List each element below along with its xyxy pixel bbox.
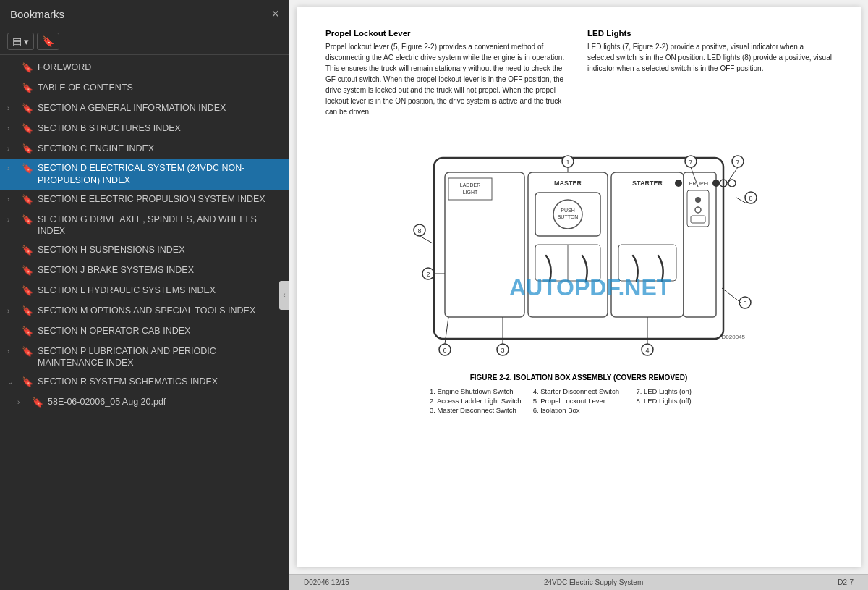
bookmark-label-section-e: SECTION E ELECTRIC PROPULSION SYSTEM IND… (38, 193, 284, 205)
bookmark-icon: 🔖 (42, 35, 54, 47)
svg-point-21 (728, 180, 736, 187)
svg-text:8: 8 (749, 195, 752, 202)
bookmark-label-section-p: SECTION P LUBRICATION AND PERIODIC MAINT… (38, 345, 284, 369)
part-2: 2. Access Ladder Light Switch (430, 397, 522, 405)
chevron-icon-section-a: › (7, 102, 17, 113)
propel-lockout-title: Propel Lockout Lever (326, 29, 570, 38)
expand-arrow: ▾ (24, 36, 29, 47)
sidebar: Bookmarks × ▤ ▾ 🔖 🔖FOREWORD 🔖TABLE OF CO… (0, 0, 289, 590)
svg-text:7: 7 (689, 159, 692, 166)
svg-text:PROPEL: PROPEL (689, 181, 710, 186)
svg-text:D020045: D020045 (722, 334, 746, 340)
figure-parts-list: 1. Engine Shutdown Switch 4. Starter Dis… (430, 387, 728, 414)
chevron-icon-section-h (7, 244, 17, 255)
svg-rect-17 (618, 245, 676, 281)
isolation-box-diagram: LADDER LIGHT MASTER STARTER PROPEL PUSH … (391, 129, 767, 368)
document-two-column: Propel Lockout Lever Propel lockout leve… (326, 29, 832, 117)
bookmark-item-pdf-file[interactable]: ›🔖58E-06-02006_05 Aug 20.pdf (0, 392, 289, 413)
bookmark-button[interactable]: 🔖 (37, 33, 59, 50)
footer-left: D02046 12/15 (304, 578, 349, 586)
svg-rect-5 (448, 178, 492, 200)
svg-text:STARTER: STARTER (632, 180, 663, 187)
chevron-icon-section-l (7, 285, 17, 295)
svg-text:LADDER: LADDER (460, 182, 480, 187)
bookmark-item-section-e[interactable]: ›🔖SECTION E ELECTRIC PROPULSION SYSTEM I… (0, 190, 289, 210)
svg-line-52 (722, 288, 741, 303)
bookmark-label-section-m: SECTION M OPTIONS AND SPECIAL TOOLS INDE… (38, 305, 284, 316)
expand-all-button[interactable]: ▤ ▾ (7, 33, 34, 50)
part-8: 8. LED Lights (off) (636, 397, 728, 405)
svg-rect-4 (684, 172, 716, 317)
chevron-icon-pdf-file: › (17, 396, 27, 407)
footer-bar: D02046 12/15 24VDC Electric Supply Syste… (289, 574, 868, 590)
bookmark-flag-icon-foreword: 🔖 (22, 62, 33, 75)
svg-point-18 (675, 180, 682, 187)
bookmark-flag-icon-section-c: 🔖 (22, 143, 33, 156)
svg-point-19 (712, 180, 720, 187)
expand-icon: ▤ (12, 35, 22, 47)
bookmark-item-section-a[interactable]: ›🔖SECTION A GENERAL INFORMATION INDEX (0, 98, 289, 119)
bookmark-item-foreword[interactable]: 🔖FOREWORD (0, 58, 289, 78)
bookmark-item-section-p[interactable]: ›🔖SECTION P LUBRICATION AND PERIODIC MAI… (0, 342, 289, 373)
chevron-icon-section-r: ⌄ (7, 376, 17, 387)
chevron-icon-foreword (7, 62, 17, 72)
svg-text:MASTER: MASTER (554, 180, 582, 187)
bookmark-flag-icon-section-r: 🔖 (22, 376, 33, 389)
bookmark-flag-icon-section-n: 🔖 (22, 325, 33, 338)
led-lights-title: LED Lights (587, 29, 832, 38)
bookmark-label-section-g: SECTION G DRIVE AXLE, SPINDLES, AND WHEE… (38, 214, 284, 237)
part-3: 3. Master Disconnect Switch (430, 406, 522, 414)
svg-line-54 (727, 167, 738, 183)
svg-line-48 (420, 236, 435, 245)
bookmark-item-section-l[interactable]: 🔖SECTION L HYDRAULIC SYSTEMS INDEX (0, 281, 289, 301)
bookmark-label-toc: TABLE OF CONTENTS (38, 82, 284, 93)
bookmark-flag-icon-section-m: 🔖 (22, 305, 33, 318)
chevron-icon-section-p: › (7, 345, 17, 356)
bookmark-label-section-c: SECTION C ENGINE INDEX (38, 143, 284, 154)
document-page: Propel Lockout Lever Propel lockout leve… (297, 7, 861, 567)
chevron-icon-section-n (7, 325, 17, 336)
bookmark-label-section-n: SECTION N OPERATOR CAB INDEX (38, 325, 284, 337)
collapse-sidebar-button[interactable]: ‹ (279, 281, 289, 310)
sidebar-close-button[interactable]: × (271, 7, 279, 20)
bookmark-item-section-d[interactable]: ›🔖SECTION D ELECTRICAL SYSTEM (24VDC NON… (0, 159, 289, 190)
bookmark-flag-icon-section-a: 🔖 (22, 102, 33, 115)
bookmark-label-section-h: SECTION H SUSPENSIONS INDEX (38, 244, 284, 256)
right-column: LED Lights LED lights (7, Figure 2-2) pr… (587, 29, 832, 117)
part-4: 4. Starter Disconnect Switch (533, 387, 625, 395)
svg-text:5: 5 (743, 300, 746, 307)
bookmark-item-section-g[interactable]: ›🔖SECTION G DRIVE AXLE, SPINDLES, AND WH… (0, 210, 289, 241)
bookmark-list: 🔖FOREWORD 🔖TABLE OF CONTENTS›🔖SECTION A … (0, 55, 289, 590)
sidebar-toolbar: ▤ ▾ 🔖 (0, 28, 289, 55)
bookmark-item-section-n[interactable]: 🔖SECTION N OPERATOR CAB INDEX (0, 321, 289, 342)
bookmark-label-section-d: SECTION D ELECTRICAL SYSTEM (24VDC NON-P… (38, 162, 284, 186)
svg-rect-25 (691, 216, 705, 223)
led-lights-body: LED lights (7, Figure 2-2) provide a pos… (587, 41, 832, 74)
sidebar-header: Bookmarks × (0, 0, 289, 28)
bookmark-flag-icon-pdf-file: 🔖 (32, 396, 43, 409)
bookmark-flag-icon-section-h: 🔖 (22, 244, 33, 257)
bookmark-item-section-j[interactable]: 🔖SECTION J BRAKE SYSTEMS INDEX (0, 261, 289, 281)
bookmark-item-section-h[interactable]: 🔖SECTION H SUSPENSIONS INDEX (0, 240, 289, 261)
svg-line-51 (445, 317, 448, 344)
svg-text:7: 7 (736, 159, 739, 166)
svg-text:LIGHT: LIGHT (463, 190, 478, 195)
part-5: 5. Propel Lockout Lever (533, 397, 625, 405)
chevron-icon-section-b: › (7, 122, 17, 133)
chevron-icon-section-e: › (7, 193, 17, 204)
bookmark-flag-icon-section-d: 🔖 (22, 162, 33, 175)
chevron-icon-section-m: › (7, 305, 17, 316)
part-1: 1. Engine Shutdown Switch (430, 387, 522, 395)
bookmark-label-section-l: SECTION L HYDRAULIC SYSTEMS INDEX (38, 285, 284, 296)
bookmark-label-foreword: FOREWORD (38, 62, 284, 73)
bookmark-item-toc[interactable]: 🔖TABLE OF CONTENTS (0, 78, 289, 98)
bookmark-item-section-r[interactable]: ⌄🔖SECTION R SYSTEM SCHEMATICS INDEX (0, 372, 289, 392)
bookmark-item-section-m[interactable]: ›🔖SECTION M OPTIONS AND SPECIAL TOOLS IN… (0, 301, 289, 321)
chevron-icon-section-j (7, 264, 17, 275)
main-content-area: ‹ Propel Lockout Lever Propel lockout le… (289, 0, 868, 590)
bookmark-item-section-b[interactable]: ›🔖SECTION B STRUCTURES INDEX (0, 119, 289, 139)
bookmark-item-section-c[interactable]: ›🔖SECTION C ENGINE INDEX (0, 139, 289, 159)
part-7: 7. LED Lights (on) (636, 387, 728, 395)
sidebar-title: Bookmarks (10, 8, 64, 20)
bookmark-flag-icon-section-p: 🔖 (22, 345, 33, 358)
